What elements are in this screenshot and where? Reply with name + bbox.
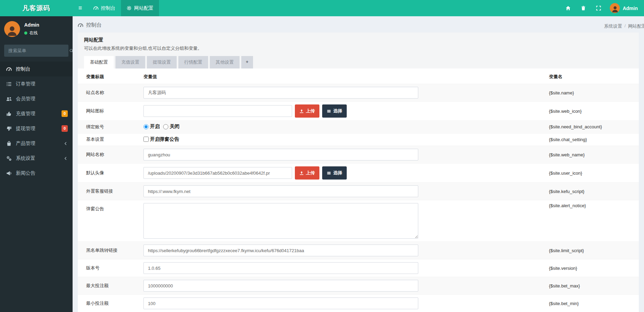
- bars-icon: [327, 171, 331, 175]
- top-navbar: 凡客源码 ≡ 控制台网站配置 Admin: [0, 0, 644, 16]
- site-limit-script-input[interactable]: [143, 245, 418, 256]
- variable-name: {$site.user_icon}: [549, 164, 639, 183]
- variable-name: {$site.web_icon}: [549, 102, 639, 121]
- row-value-cell: [143, 183, 549, 200]
- gears-icon: [6, 156, 12, 161]
- upload-button[interactable]: 上传: [295, 166, 319, 180]
- sidebar-item-3[interactable]: 充值管理0: [0, 106, 73, 121]
- navbar-tab-0[interactable]: 控制台: [88, 0, 121, 16]
- sidebar-item-1[interactable]: 订单管理: [0, 76, 73, 91]
- variable-name: {$site.version}: [549, 259, 639, 277]
- search-input[interactable]: [8, 48, 69, 53]
- site-chat-setting-checkbox[interactable]: [143, 137, 149, 142]
- home-icon: [566, 6, 571, 11]
- table-row: 最大投注额{$site.bet_max}: [78, 277, 639, 295]
- row-value-cell: [143, 84, 549, 102]
- table-row: 外置客服链接{$site.kefu_script}: [78, 183, 639, 200]
- row-label: 最小投注额: [78, 295, 143, 312]
- breadcrumb-section[interactable]: 系统设置: [604, 23, 622, 29]
- site-bet-min-input[interactable]: [143, 297, 418, 309]
- table-row: 网站图标上传选择{$site.web_icon}: [78, 102, 639, 121]
- avatar: [4, 21, 20, 37]
- brand-logo[interactable]: 凡客源码: [0, 0, 73, 16]
- row-label: 网站图标: [78, 102, 143, 121]
- row-value-cell: 开启弹窗公告: [143, 133, 549, 146]
- sidebar-item-4[interactable]: 提现管理0: [0, 121, 73, 136]
- config-tab-2[interactable]: 提现设置: [147, 56, 177, 68]
- table-row: 弹窗公告{$site.alert_notice}: [78, 200, 639, 242]
- config-tab-0[interactable]: 基础配置: [84, 56, 114, 68]
- breadcrumb-page[interactable]: 网站配置: [628, 23, 644, 29]
- sidebar-item-2[interactable]: 会员管理: [0, 91, 73, 106]
- radio-option-0[interactable]: 开启: [143, 123, 160, 130]
- checkbox-option-0[interactable]: 开启弹窗公告: [143, 136, 179, 143]
- sidebar-item-5[interactable]: 产品管理: [0, 136, 73, 151]
- sidebar-user-name: Admin: [24, 22, 39, 28]
- config-tab-3[interactable]: 行情配置: [178, 56, 208, 68]
- row-label: 弹窗公告: [78, 200, 143, 242]
- upload-icon: [299, 109, 304, 113]
- online-status-dot: [24, 31, 27, 35]
- sidebar-item-label: 订单管理: [16, 81, 35, 87]
- home-button[interactable]: [561, 0, 575, 16]
- table-row: 站点名称{$site.name}: [78, 84, 639, 102]
- sidebar-item-6[interactable]: 系统设置: [0, 151, 73, 166]
- row-value-cell: [143, 277, 549, 295]
- sidebar-item-label: 系统设置: [16, 155, 35, 162]
- thumb-up-icon: [6, 111, 12, 117]
- sidebar-menu: 控制台订单管理会员管理充值管理0提现管理0产品管理系统设置新闻公告: [0, 62, 73, 181]
- select-button[interactable]: 选择: [322, 104, 347, 118]
- row-value-cell: 上传选择: [143, 102, 549, 121]
- column-header: 变量名: [549, 68, 639, 84]
- sidebar: Admin 在线 控制台订单管理会员管理充值管理0提现管理0产品管理系统设置新闻…: [0, 16, 73, 312]
- row-label: 外置客服链接: [78, 183, 143, 200]
- site-kefu-script-input[interactable]: [143, 185, 418, 197]
- upload-button[interactable]: 上传: [295, 104, 319, 118]
- site-web-name-input[interactable]: [143, 149, 418, 160]
- site-name-input[interactable]: [143, 87, 418, 99]
- config-tab-1[interactable]: 充值设置: [115, 56, 145, 68]
- site-need-bind-account-radio-0[interactable]: [143, 124, 149, 129]
- site-bet-max-input[interactable]: [143, 280, 418, 292]
- upload-icon: [299, 171, 304, 175]
- row-value-cell: 开启关闭: [143, 121, 549, 134]
- panel-tabs: 基础配置充值设置提现设置行情配置其他设置+: [84, 56, 633, 68]
- site-user-icon-input[interactable]: [143, 167, 292, 179]
- variable-name: {$site.bet_min}: [549, 295, 639, 312]
- sidebar-item-0[interactable]: 控制台: [0, 62, 73, 76]
- select-button[interactable]: 选择: [322, 166, 347, 180]
- row-value-cell: [143, 295, 549, 312]
- sidebar-item-7[interactable]: 新闻公告: [0, 166, 73, 181]
- add-tab-button[interactable]: +: [241, 56, 253, 68]
- fullscreen-button[interactable]: [592, 0, 605, 16]
- dashboard-icon: [6, 66, 12, 72]
- user-menu[interactable]: Admin: [607, 3, 638, 13]
- expand-icon: [596, 6, 601, 11]
- navbar-tab-1[interactable]: 网站配置: [121, 0, 159, 16]
- bars-icon: [327, 109, 331, 113]
- sidebar-item-label: 充值管理: [16, 111, 35, 117]
- site-alert-notice-textarea[interactable]: [143, 203, 418, 239]
- option-label: 关闭: [170, 123, 179, 130]
- row-value-cell: [143, 259, 549, 277]
- option-label: 开启: [150, 123, 160, 130]
- list-icon: [6, 81, 12, 87]
- dashboard-icon: [93, 6, 99, 11]
- avatar: [610, 3, 620, 13]
- radio-option-1[interactable]: 关闭: [163, 123, 179, 130]
- row-label: 默认头像: [78, 164, 143, 183]
- table-row: 最小投注额{$site.bet_min}: [78, 295, 639, 312]
- site-web-icon-input[interactable]: [143, 105, 292, 117]
- config-tab-4[interactable]: 其他设置: [210, 56, 240, 68]
- config-panel: 网站配置 可以在此增改系统的变量和分组,也可以自定义分组和变量。 基础配置充值设…: [78, 33, 639, 312]
- variable-name: {$site.chat_setting}: [549, 133, 639, 146]
- table-row: 版本号{$site.version}: [78, 259, 639, 277]
- clear-cache-button[interactable]: [577, 0, 590, 16]
- site-version-input[interactable]: [143, 262, 418, 274]
- bullhorn-icon: [6, 171, 12, 176]
- row-label: 绑定账号: [78, 121, 143, 134]
- site-need-bind-account-radio-1[interactable]: [163, 124, 168, 129]
- row-label: 黑名单跳转链接: [78, 242, 143, 259]
- sidebar-user-panel: Admin 在线: [0, 16, 73, 42]
- sidebar-toggle-button[interactable]: ≡: [73, 0, 88, 16]
